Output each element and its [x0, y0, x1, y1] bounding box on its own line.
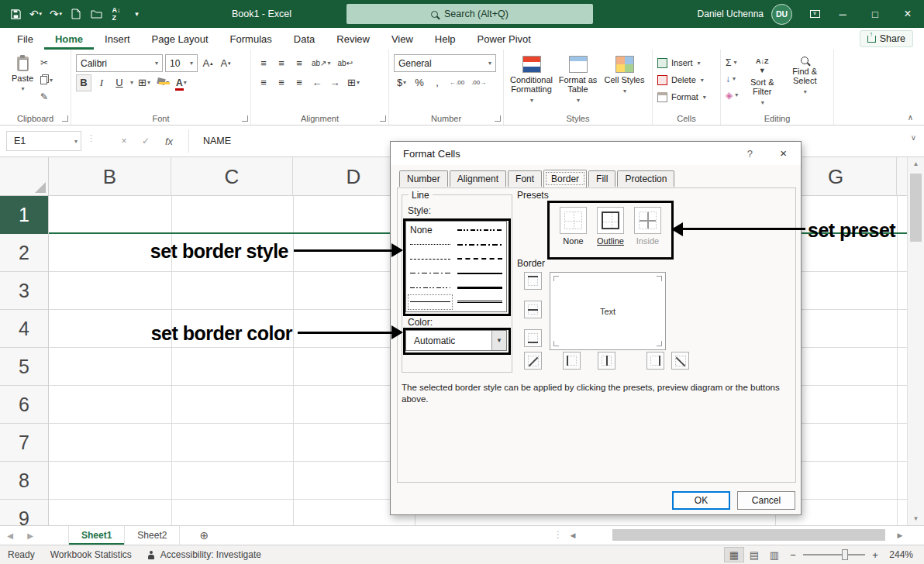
- row-header-2[interactable]: 2: [0, 234, 48, 272]
- percent-style-button[interactable]: %: [412, 74, 427, 91]
- row-header-8[interactable]: 8: [0, 462, 48, 500]
- select-all-corner[interactable]: [0, 157, 49, 196]
- dialog-tab-alignment[interactable]: Alignment: [450, 170, 506, 187]
- cut-button[interactable]: ✂: [40, 55, 60, 70]
- clear-button[interactable]: ◈▾: [726, 87, 738, 103]
- line-style-none[interactable]: None: [409, 223, 452, 238]
- new-sheet-icon[interactable]: ⊕: [191, 526, 217, 545]
- enter-entry-icon[interactable]: ✓: [136, 131, 155, 151]
- borders-button[interactable]: ⊞▾: [136, 74, 153, 91]
- increase-font-size-button[interactable]: A▴: [200, 55, 215, 72]
- number-dialog-launcher-icon[interactable]: [495, 115, 501, 122]
- dialog-tab-protection[interactable]: Protection: [617, 170, 674, 187]
- preset-outline-button[interactable]: Outline: [597, 207, 624, 246]
- format-as-table-button[interactable]: Format as Table ▾: [555, 53, 601, 112]
- orientation-button[interactable]: ab↗▾: [309, 55, 333, 72]
- border-inner-vertical-button[interactable]: [598, 352, 615, 370]
- italic-button[interactable]: I: [94, 74, 109, 91]
- row-header-1[interactable]: 1: [0, 196, 48, 234]
- preset-inside-button[interactable]: Inside: [634, 207, 661, 246]
- copy-button[interactable]: ▾: [40, 72, 60, 88]
- column-header-partial[interactable]: [897, 157, 907, 196]
- increase-indent-button[interactable]: →: [327, 74, 343, 91]
- workbook-statistics-button[interactable]: Workbook Statistics: [43, 545, 140, 564]
- line-style-medium[interactable]: [456, 267, 504, 281]
- font-color-button[interactable]: A▾: [174, 74, 189, 91]
- sort-ascending-icon[interactable]: A↓Z: [107, 4, 126, 24]
- dialog-tab-number[interactable]: Number: [399, 170, 448, 187]
- page-break-view-icon[interactable]: ▥: [764, 547, 784, 562]
- sheet-tab-sheet2[interactable]: Sheet2: [125, 526, 180, 545]
- tab-review[interactable]: Review: [326, 28, 381, 50]
- border-top-button[interactable]: [524, 272, 542, 290]
- insert-function-icon[interactable]: fx: [160, 131, 178, 151]
- align-center-button[interactable]: ≡: [274, 74, 289, 91]
- line-style-thin[interactable]: [409, 295, 452, 310]
- color-dropdown-chevron-icon[interactable]: ▼: [491, 331, 506, 350]
- qat-customize-chevron-icon[interactable]: ▾: [127, 4, 146, 24]
- zoom-slider-thumb[interactable]: [842, 549, 848, 560]
- sheet-tab-sheet1[interactable]: Sheet1: [68, 526, 125, 545]
- tab-page-layout[interactable]: Page Layout: [141, 28, 219, 50]
- align-left-button[interactable]: ≡: [256, 74, 271, 91]
- line-style-dotted[interactable]: [409, 238, 452, 253]
- line-style-dash-dot-dot[interactable]: [409, 280, 452, 295]
- tab-formulas[interactable]: Formulas: [219, 28, 283, 50]
- formula-bar-content[interactable]: NAME: [203, 131, 231, 151]
- row-header-6[interactable]: 6: [0, 386, 48, 424]
- tab-scroll-splitter[interactable]: ⋮: [553, 529, 563, 540]
- tab-view[interactable]: View: [381, 28, 424, 50]
- dialog-help-icon[interactable]: ?: [747, 148, 753, 160]
- bold-button[interactable]: B: [76, 74, 91, 91]
- dialog-close-icon[interactable]: ×: [780, 146, 787, 160]
- dialog-tab-font[interactable]: Font: [508, 170, 542, 187]
- row-header-3[interactable]: 3: [0, 272, 48, 310]
- align-right-button[interactable]: ≡: [291, 74, 307, 91]
- font-name-select[interactable]: Calibri▾: [76, 54, 163, 72]
- tab-data[interactable]: Data: [283, 28, 326, 50]
- align-middle-button[interactable]: ≡: [274, 55, 289, 72]
- save-icon[interactable]: [6, 4, 25, 24]
- dialog-tab-border[interactable]: Border: [543, 170, 587, 187]
- border-diagonal-down-button[interactable]: [671, 352, 689, 370]
- decrease-decimal-button[interactable]: .00→: [469, 74, 488, 91]
- sheet-nav-right-icon[interactable]: ▶: [20, 526, 40, 545]
- cancel-entry-icon[interactable]: ×: [115, 131, 133, 151]
- redo-icon[interactable]: ↷▾: [47, 4, 65, 24]
- border-color-select[interactable]: Automatic ▼: [405, 330, 507, 351]
- row-header-5[interactable]: 5: [0, 348, 48, 386]
- scroll-right-icon[interactable]: ▶: [893, 531, 907, 539]
- accessibility-button[interactable]: Accessibility: Investigate: [140, 545, 269, 564]
- comma-style-button[interactable]: ,: [429, 74, 445, 91]
- horizontal-scrollbar[interactable]: ◀ ▶: [566, 526, 907, 545]
- align-top-button[interactable]: ≡: [256, 55, 271, 72]
- font-size-select[interactable]: 10▾: [165, 54, 198, 72]
- border-preview[interactable]: Text: [550, 272, 666, 350]
- paste-button[interactable]: Paste ▾: [5, 53, 40, 109]
- ok-button[interactable]: OK: [672, 491, 730, 510]
- column-header-b[interactable]: B: [49, 157, 171, 196]
- scroll-up-icon[interactable]: ▲: [908, 157, 924, 170]
- minimize-button[interactable]: ─: [826, 0, 859, 28]
- row-header-4[interactable]: 4: [0, 310, 48, 348]
- scroll-down-icon[interactable]: ▼: [908, 512, 924, 525]
- autosum-button[interactable]: Σ▾: [726, 54, 738, 70]
- zoom-in-icon[interactable]: +: [867, 549, 884, 561]
- tab-insert[interactable]: Insert: [94, 28, 141, 50]
- wrap-text-button[interactable]: ab↩: [336, 55, 356, 72]
- undo-icon[interactable]: ↶▾: [26, 4, 45, 24]
- increase-decimal-button[interactable]: ←.00: [447, 74, 467, 91]
- number-format-select[interactable]: General▾: [394, 54, 496, 72]
- zoom-out-icon[interactable]: −: [784, 549, 802, 561]
- clipboard-dialog-launcher-icon[interactable]: [62, 115, 68, 122]
- user-name[interactable]: Daniel Uchenna: [698, 9, 764, 19]
- scroll-left-icon[interactable]: ◀: [566, 531, 580, 539]
- decrease-font-size-button[interactable]: A▾: [218, 55, 233, 72]
- name-box-splitter[interactable]: ⋮: [87, 133, 91, 149]
- line-style-double[interactable]: [456, 295, 504, 310]
- zoom-slider[interactable]: [803, 554, 865, 555]
- tab-home[interactable]: Home: [44, 28, 94, 50]
- close-button[interactable]: ×: [891, 0, 924, 28]
- row-header-9[interactable]: 9: [0, 500, 48, 525]
- new-workbook-icon[interactable]: [67, 4, 85, 24]
